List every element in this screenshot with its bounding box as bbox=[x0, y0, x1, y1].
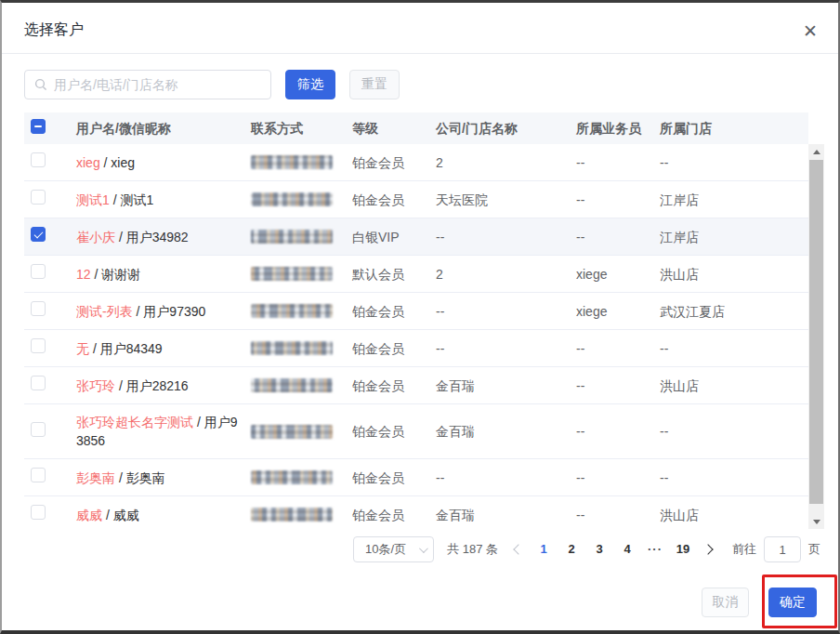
page-number-1[interactable]: 1 bbox=[530, 536, 558, 562]
next-page-icon[interactable] bbox=[697, 536, 719, 562]
page-size-select[interactable]: 10条/页 bbox=[353, 536, 434, 562]
contact-masked bbox=[251, 470, 333, 484]
column-header-company: 公司/门店名称 bbox=[436, 112, 576, 144]
search-icon bbox=[34, 78, 47, 91]
table-header-row: 用户名/微信昵称 联系方式 等级 公司/门店名称 所属业务员 所属门店 bbox=[24, 112, 808, 144]
cell-company: 金百瑞 bbox=[436, 414, 576, 449]
confirm-button[interactable]: 确定 bbox=[768, 588, 817, 617]
select-customer-dialog: 选择客户 ✕ 筛选 重置 用户名/微信昵称 联系方式 等级 公司/门店名称 所属… bbox=[0, 0, 840, 634]
table-body: xieg / xieg 铂金会员 2 -- -- 测试1 / 测试1 铂金会员 … bbox=[24, 144, 808, 529]
row-checkbox[interactable] bbox=[31, 376, 46, 390]
page-number-3[interactable]: 3 bbox=[585, 536, 613, 562]
cell-store: 武汉江夏店 bbox=[660, 294, 808, 329]
contact-masked bbox=[251, 508, 333, 522]
page-list: 1234···19 bbox=[530, 536, 697, 562]
customer-name-primary: 崔小庆 bbox=[76, 230, 115, 244]
cell-company: -- bbox=[436, 331, 576, 366]
customer-name-primary: 威威 bbox=[76, 508, 102, 522]
customer-name-secondary: / 谢谢谢 bbox=[91, 267, 141, 282]
cell-company: -- bbox=[436, 219, 576, 255]
cell-salesperson: -- bbox=[576, 331, 660, 366]
table-row[interactable]: 崔小庆 / 用户34982 白银VIP -- -- 江岸店 bbox=[24, 218, 808, 256]
row-checkbox[interactable] bbox=[31, 264, 46, 279]
reset-button[interactable]: 重置 bbox=[349, 70, 400, 99]
page-ellipsis-icon: ··· bbox=[641, 536, 669, 562]
cell-name: 测试1 / 测试1 bbox=[76, 182, 251, 218]
scrollbar-down-icon[interactable] bbox=[808, 514, 824, 529]
cell-level: 铂金会员 bbox=[352, 414, 436, 449]
cell-contact bbox=[251, 221, 352, 252]
scrollbar-up-icon[interactable] bbox=[808, 144, 824, 159]
cell-company: 2 bbox=[436, 145, 576, 180]
row-checkbox[interactable] bbox=[31, 301, 46, 316]
select-all-checkbox[interactable] bbox=[31, 119, 46, 134]
goto-page-input[interactable] bbox=[764, 536, 801, 562]
page-number-2[interactable]: 2 bbox=[558, 536, 585, 562]
cell-name: 威威 / 威威 bbox=[76, 497, 251, 530]
column-header-name: 用户名/微信昵称 bbox=[76, 112, 251, 144]
cell-company: 天坛医院 bbox=[436, 182, 576, 218]
row-checkbox[interactable] bbox=[31, 468, 46, 482]
cancel-button[interactable]: 取消 bbox=[702, 588, 749, 617]
row-checkbox[interactable] bbox=[31, 338, 46, 353]
table-row[interactable]: 测试1 / 测试1 铂金会员 天坛医院 -- 江岸店 bbox=[24, 181, 808, 218]
search-input[interactable] bbox=[54, 77, 261, 92]
customer-name-secondary: / 用户28216 bbox=[115, 378, 189, 393]
column-header-contact: 联系方式 bbox=[251, 112, 352, 144]
table-row[interactable]: 无 / 用户84349 铂金会员 -- -- -- bbox=[24, 330, 808, 367]
customer-name-primary: 无 bbox=[76, 341, 89, 356]
cell-store: -- bbox=[660, 414, 808, 449]
table-row[interactable]: 威威 / 威威 铂金会员 金百瑞 -- 洪山店 bbox=[24, 496, 808, 529]
table-row[interactable]: 张巧玲 / 用户28216 铂金会员 金百瑞 -- 洪山店 bbox=[24, 367, 808, 404]
cell-company: 金百瑞 bbox=[436, 368, 576, 403]
cell-store: 洪山店 bbox=[660, 368, 808, 403]
table-row[interactable]: 彭奥南 / 彭奥南 铂金会员 -- -- -- bbox=[24, 459, 808, 496]
row-checkbox[interactable] bbox=[31, 190, 46, 205]
cell-contact bbox=[251, 416, 352, 447]
customer-name-primary: 测试1 bbox=[76, 192, 110, 207]
total-count: 共 187 条 bbox=[447, 541, 498, 558]
table-row[interactable]: 测试-列表 / 用户97390 铂金会员 -- xiege 武汉江夏店 bbox=[24, 293, 808, 330]
cell-salesperson: -- bbox=[576, 460, 660, 495]
row-checkbox[interactable] bbox=[31, 422, 46, 437]
column-header-store: 所属门店 bbox=[660, 112, 808, 144]
cell-name: xieg / xieg bbox=[76, 145, 251, 180]
page-number-4[interactable]: 4 bbox=[613, 536, 641, 562]
close-icon[interactable]: ✕ bbox=[797, 18, 823, 44]
cell-salesperson: -- bbox=[576, 497, 660, 530]
table-row[interactable]: 张巧玲超长名字测试 / 用户93856 铂金会员 金百瑞 -- -- bbox=[24, 404, 808, 459]
customer-name-secondary: / 威威 bbox=[102, 508, 139, 522]
cell-store: -- bbox=[660, 331, 808, 366]
cell-level: 铂金会员 bbox=[352, 497, 436, 530]
cell-salesperson: -- bbox=[576, 182, 660, 218]
cell-level: 铂金会员 bbox=[352, 294, 436, 329]
row-checkbox[interactable] bbox=[31, 152, 46, 167]
column-header-salesperson: 所属业务员 bbox=[576, 112, 660, 144]
table-row[interactable]: 12 / 谢谢谢 默认会员 2 xiege 洪山店 bbox=[24, 256, 808, 293]
customer-name-secondary: / 用户34982 bbox=[115, 230, 189, 244]
customer-name-secondary: / 彭奥南 bbox=[115, 470, 165, 485]
customer-name-secondary: / 测试1 bbox=[110, 192, 153, 207]
customer-name-primary: 彭奥南 bbox=[76, 470, 115, 485]
customer-name-primary: 张巧玲 bbox=[76, 378, 115, 393]
goto-unit: 页 bbox=[808, 541, 820, 558]
table-scrollbar[interactable] bbox=[808, 144, 824, 529]
cell-level: 铂金会员 bbox=[352, 145, 436, 180]
prev-page-icon[interactable] bbox=[507, 536, 530, 562]
cell-contact bbox=[251, 258, 352, 289]
contact-masked bbox=[251, 230, 333, 244]
table-row[interactable]: xieg / xieg 铂金会员 2 -- -- bbox=[24, 144, 808, 181]
row-checkbox[interactable] bbox=[31, 505, 46, 520]
contact-masked bbox=[251, 425, 333, 439]
cell-level: 铂金会员 bbox=[352, 368, 436, 403]
filter-button[interactable]: 筛选 bbox=[285, 70, 335, 99]
goto-label: 前往 bbox=[732, 541, 756, 558]
pagination-bar: 10条/页 共 187 条 1234···19 前往 页 bbox=[24, 536, 820, 562]
cell-level: 铂金会员 bbox=[352, 182, 436, 218]
contact-masked bbox=[251, 341, 333, 355]
scrollbar-thumb[interactable] bbox=[809, 160, 823, 504]
page-number-19[interactable]: 19 bbox=[669, 536, 697, 562]
customer-name-secondary: / 用户84349 bbox=[89, 341, 163, 356]
row-checkbox[interactable] bbox=[31, 227, 46, 242]
cell-contact bbox=[251, 370, 352, 401]
